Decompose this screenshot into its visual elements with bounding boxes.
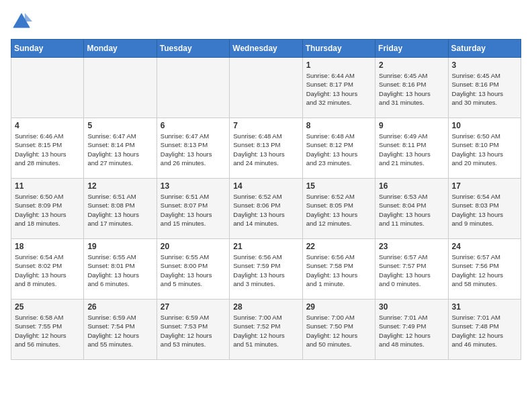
calendar-cell: 29Sunrise: 7:00 AM Sunset: 7:50 PM Dayli…	[302, 300, 375, 360]
day-info: Sunrise: 6:45 AM Sunset: 8:16 PM Dayligh…	[379, 71, 444, 107]
week-row-1: 1Sunrise: 6:44 AM Sunset: 8:17 PM Daylig…	[11, 58, 521, 118]
day-number: 27	[161, 302, 226, 312]
week-row-2: 4Sunrise: 6:46 AM Sunset: 8:15 PM Daylig…	[11, 118, 521, 179]
day-info: Sunrise: 6:55 AM Sunset: 8:01 PM Dayligh…	[87, 253, 152, 288]
day-info: Sunrise: 6:55 AM Sunset: 8:00 PM Dayligh…	[161, 253, 226, 288]
calendar-cell: 15Sunrise: 6:52 AM Sunset: 8:05 PM Dayli…	[302, 179, 375, 239]
day-info: Sunrise: 6:50 AM Sunset: 8:09 PM Dayligh…	[15, 192, 80, 228]
day-info: Sunrise: 6:59 AM Sunset: 7:54 PM Dayligh…	[87, 313, 152, 349]
day-number: 21	[233, 242, 298, 251]
calendar-cell: 12Sunrise: 6:51 AM Sunset: 8:08 PM Dayli…	[84, 179, 157, 239]
week-row-4: 18Sunrise: 6:54 AM Sunset: 8:02 PM Dayli…	[11, 239, 521, 300]
day-info: Sunrise: 6:51 AM Sunset: 8:07 PM Dayligh…	[161, 192, 226, 228]
day-info: Sunrise: 6:54 AM Sunset: 8:02 PM Dayligh…	[15, 253, 80, 288]
weekday-header-monday: Monday	[84, 40, 157, 58]
weekday-header-sunday: Sunday	[11, 40, 84, 58]
day-number: 9	[379, 121, 444, 130]
day-number: 26	[87, 302, 152, 312]
calendar-cell: 17Sunrise: 6:54 AM Sunset: 8:03 PM Dayli…	[448, 179, 521, 239]
day-number: 4	[15, 121, 80, 130]
day-number: 18	[15, 242, 80, 251]
week-row-5: 25Sunrise: 6:58 AM Sunset: 7:55 PM Dayli…	[11, 300, 521, 360]
day-info: Sunrise: 6:53 AM Sunset: 8:04 PM Dayligh…	[379, 192, 444, 228]
day-info: Sunrise: 6:46 AM Sunset: 8:15 PM Dayligh…	[15, 132, 80, 167]
day-number: 5	[87, 121, 152, 130]
weekday-header-tuesday: Tuesday	[157, 40, 229, 58]
calendar-cell: 4Sunrise: 6:46 AM Sunset: 8:15 PM Daylig…	[11, 118, 84, 179]
calendar-cell: 20Sunrise: 6:55 AM Sunset: 8:00 PM Dayli…	[157, 239, 229, 300]
day-number: 19	[87, 242, 152, 251]
weekday-header-wednesday: Wednesday	[230, 40, 302, 58]
calendar-cell	[11, 58, 84, 118]
day-number: 12	[87, 181, 152, 191]
calendar-cell: 21Sunrise: 6:56 AM Sunset: 7:59 PM Dayli…	[230, 239, 302, 300]
day-number: 3	[452, 60, 517, 70]
calendar-cell: 9Sunrise: 6:49 AM Sunset: 8:11 PM Daylig…	[375, 118, 448, 179]
calendar-cell: 26Sunrise: 6:59 AM Sunset: 7:54 PM Dayli…	[84, 300, 157, 360]
day-info: Sunrise: 6:52 AM Sunset: 8:06 PM Dayligh…	[233, 192, 298, 228]
calendar-cell	[230, 58, 302, 118]
calendar-cell: 27Sunrise: 6:59 AM Sunset: 7:53 PM Dayli…	[157, 300, 229, 360]
page-header	[11, 11, 521, 32]
day-info: Sunrise: 6:45 AM Sunset: 8:16 PM Dayligh…	[452, 71, 517, 107]
calendar-cell: 3Sunrise: 6:45 AM Sunset: 8:16 PM Daylig…	[448, 58, 521, 118]
calendar-cell: 25Sunrise: 6:58 AM Sunset: 7:55 PM Dayli…	[11, 300, 84, 360]
calendar-cell: 31Sunrise: 7:01 AM Sunset: 7:48 PM Dayli…	[448, 300, 521, 360]
calendar-cell: 14Sunrise: 6:52 AM Sunset: 8:06 PM Dayli…	[230, 179, 302, 239]
day-number: 2	[379, 60, 444, 70]
day-number: 25	[15, 302, 80, 312]
weekday-header-friday: Friday	[375, 40, 448, 58]
calendar-cell: 18Sunrise: 6:54 AM Sunset: 8:02 PM Dayli…	[11, 239, 84, 300]
logo	[11, 11, 35, 32]
day-info: Sunrise: 6:52 AM Sunset: 8:05 PM Dayligh…	[306, 192, 371, 228]
day-info: Sunrise: 6:56 AM Sunset: 7:58 PM Dayligh…	[306, 253, 371, 288]
day-info: Sunrise: 7:00 AM Sunset: 7:52 PM Dayligh…	[233, 313, 298, 349]
calendar-cell: 8Sunrise: 6:48 AM Sunset: 8:12 PM Daylig…	[302, 118, 375, 179]
day-number: 13	[161, 181, 226, 191]
day-number: 15	[306, 181, 371, 191]
day-number: 6	[161, 121, 226, 130]
calendar-cell	[157, 58, 229, 118]
calendar-cell: 22Sunrise: 6:56 AM Sunset: 7:58 PM Dayli…	[302, 239, 375, 300]
day-number: 17	[452, 181, 517, 191]
day-info: Sunrise: 6:44 AM Sunset: 8:17 PM Dayligh…	[306, 71, 371, 107]
calendar-cell: 5Sunrise: 6:47 AM Sunset: 8:14 PM Daylig…	[84, 118, 157, 179]
logo-icon	[11, 11, 32, 32]
day-number: 20	[161, 242, 226, 251]
calendar-cell: 19Sunrise: 6:55 AM Sunset: 8:01 PM Dayli…	[84, 239, 157, 300]
calendar-cell: 10Sunrise: 6:50 AM Sunset: 8:10 PM Dayli…	[448, 118, 521, 179]
day-info: Sunrise: 6:48 AM Sunset: 8:13 PM Dayligh…	[233, 132, 298, 167]
calendar-cell: 11Sunrise: 6:50 AM Sunset: 8:09 PM Dayli…	[11, 179, 84, 239]
day-info: Sunrise: 6:57 AM Sunset: 7:57 PM Dayligh…	[379, 253, 444, 288]
day-info: Sunrise: 6:59 AM Sunset: 7:53 PM Dayligh…	[161, 313, 226, 349]
day-number: 31	[452, 302, 517, 312]
day-info: Sunrise: 6:58 AM Sunset: 7:55 PM Dayligh…	[15, 313, 80, 349]
weekday-header-row: SundayMondayTuesdayWednesdayThursdayFrid…	[11, 40, 521, 58]
calendar-cell: 1Sunrise: 6:44 AM Sunset: 8:17 PM Daylig…	[302, 58, 375, 118]
day-number: 10	[452, 121, 517, 130]
day-number: 24	[452, 242, 517, 251]
day-info: Sunrise: 6:47 AM Sunset: 8:14 PM Dayligh…	[87, 132, 152, 167]
day-number: 30	[379, 302, 444, 312]
day-info: Sunrise: 6:57 AM Sunset: 7:56 PM Dayligh…	[452, 253, 517, 288]
day-number: 8	[306, 121, 371, 130]
day-number: 22	[306, 242, 371, 251]
calendar-cell: 30Sunrise: 7:01 AM Sunset: 7:49 PM Dayli…	[375, 300, 448, 360]
day-info: Sunrise: 6:48 AM Sunset: 8:12 PM Dayligh…	[306, 132, 371, 167]
day-info: Sunrise: 6:54 AM Sunset: 8:03 PM Dayligh…	[452, 192, 517, 228]
calendar-cell: 2Sunrise: 6:45 AM Sunset: 8:16 PM Daylig…	[375, 58, 448, 118]
day-info: Sunrise: 7:01 AM Sunset: 7:48 PM Dayligh…	[452, 313, 517, 349]
day-info: Sunrise: 7:00 AM Sunset: 7:50 PM Dayligh…	[306, 313, 371, 349]
calendar-cell: 13Sunrise: 6:51 AM Sunset: 8:07 PM Dayli…	[157, 179, 229, 239]
day-info: Sunrise: 6:49 AM Sunset: 8:11 PM Dayligh…	[379, 132, 444, 167]
calendar-cell: 23Sunrise: 6:57 AM Sunset: 7:57 PM Dayli…	[375, 239, 448, 300]
weekday-header-thursday: Thursday	[302, 40, 375, 58]
day-number: 23	[379, 242, 444, 251]
week-row-3: 11Sunrise: 6:50 AM Sunset: 8:09 PM Dayli…	[11, 179, 521, 239]
calendar-table: SundayMondayTuesdayWednesdayThursdayFrid…	[11, 39, 521, 360]
calendar-cell: 7Sunrise: 6:48 AM Sunset: 8:13 PM Daylig…	[230, 118, 302, 179]
day-info: Sunrise: 6:51 AM Sunset: 8:08 PM Dayligh…	[87, 192, 152, 228]
day-info: Sunrise: 6:47 AM Sunset: 8:13 PM Dayligh…	[161, 132, 226, 167]
day-info: Sunrise: 7:01 AM Sunset: 7:49 PM Dayligh…	[379, 313, 444, 349]
calendar-cell: 6Sunrise: 6:47 AM Sunset: 8:13 PM Daylig…	[157, 118, 229, 179]
